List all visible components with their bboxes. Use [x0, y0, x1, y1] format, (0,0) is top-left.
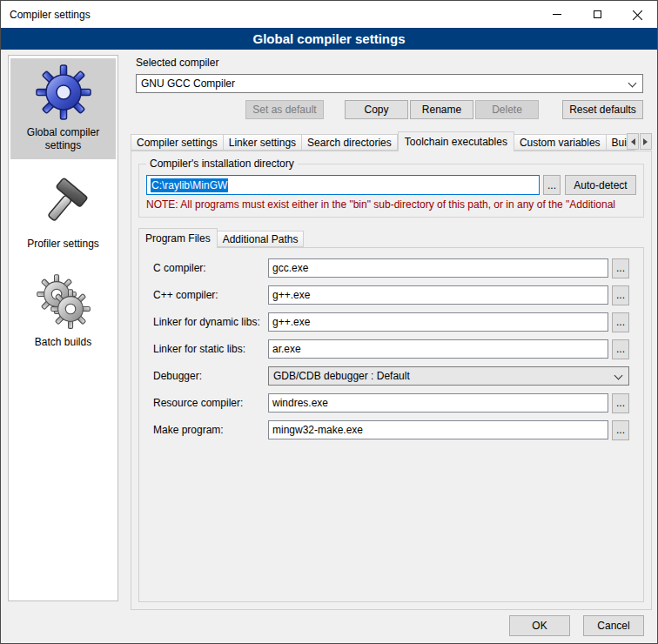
set-as-default-button[interactable]: Set as default: [245, 100, 324, 119]
subtab-strip: Program Files Additional Paths: [138, 228, 644, 247]
gear-icon: [36, 64, 91, 120]
auto-detect-button[interactable]: Auto-detect: [565, 175, 636, 195]
chevron-down-icon: [627, 77, 639, 90]
static-linker-browse-button[interactable]: ...: [612, 339, 629, 359]
c-compiler-browse-button[interactable]: ...: [612, 258, 629, 278]
rename-button[interactable]: Rename: [410, 100, 473, 119]
subtab-program-files[interactable]: Program Files: [138, 228, 218, 248]
delete-button[interactable]: Delete: [475, 100, 539, 119]
tab-linker-settings[interactable]: Linker settings: [224, 134, 302, 151]
titlebar: Compiler settings: [1, 1, 657, 28]
install-dir-groupbox: Compiler's installation directory C:\ray…: [138, 164, 644, 218]
form-row-dynamic-linker: Linker for dynamic libs: g++.exe ...: [153, 312, 629, 332]
tab-scroll-right-button[interactable]: [640, 133, 652, 150]
c-compiler-value: gcc.exe: [272, 262, 308, 274]
reset-defaults-button[interactable]: Reset defaults: [562, 100, 643, 119]
form-row-resource-compiler: Resource compiler: windres.exe ...: [153, 393, 629, 413]
form-row-cpp-compiler: C++ compiler: g++.exe ...: [153, 285, 629, 305]
page-title: Global compiler settings: [252, 31, 405, 46]
cpp-compiler-label: C++ compiler:: [153, 289, 268, 301]
debugger-label: Debugger:: [153, 370, 268, 382]
compiler-settings-window: Compiler settings Global compiler settin…: [0, 0, 658, 644]
dynamic-linker-input[interactable]: g++.exe: [268, 312, 608, 332]
resource-compiler-browse-button[interactable]: ...: [612, 393, 629, 413]
ok-button[interactable]: OK: [509, 615, 570, 636]
install-dir-value: C:\raylib\MinGW: [151, 178, 228, 192]
static-linker-label: Linker for static libs:: [153, 343, 268, 355]
install-dir-note: NOTE: All programs must exist either in …: [146, 198, 636, 212]
close-button[interactable]: [617, 1, 657, 28]
sidebar-item-label: Global compiler settings: [14, 126, 112, 152]
chevron-down-icon: [613, 370, 625, 382]
sidebar-item-global-compiler-settings[interactable]: Global compiler settings: [10, 58, 116, 159]
maximize-button[interactable]: [577, 1, 617, 28]
tab-compiler-settings[interactable]: Compiler settings: [131, 134, 224, 151]
dynamic-linker-value: g++.exe: [272, 316, 310, 328]
tab-scroll-left-button[interactable]: [627, 133, 639, 150]
tab-scrollers: [626, 133, 652, 150]
profiler-hammer-icon: [36, 176, 91, 231]
left-arrow-icon: [628, 138, 635, 145]
cpp-compiler-browse-button[interactable]: ...: [612, 285, 629, 305]
static-linker-value: ar.exe: [272, 343, 301, 355]
debugger-select[interactable]: GDB/CDB debugger : Default: [268, 366, 629, 386]
program-files-panel: C compiler: gcc.exe ... C++ compiler: g+…: [138, 247, 644, 602]
make-program-label: Make program:: [153, 424, 268, 436]
dialog-footer: OK Cancel: [509, 615, 644, 636]
compiler-actions: Set as default Copy Rename Delete Reset …: [127, 100, 643, 119]
sidebar: Global compiler settings Profiler settin…: [8, 55, 118, 601]
selected-compiler-label: Selected compiler: [136, 57, 652, 70]
gears-stack-icon: [36, 274, 91, 330]
right-arrow-icon: [643, 138, 651, 145]
compiler-select[interactable]: GNU GCC Compiler: [136, 74, 643, 93]
toolchain-executables-panel: Compiler's installation directory C:\ray…: [131, 151, 652, 610]
form-row-debugger: Debugger: GDB/CDB debugger : Default: [153, 366, 629, 386]
main-content: Selected compiler GNU GCC Compiler Set a…: [127, 55, 652, 610]
c-compiler-label: C compiler:: [153, 262, 268, 274]
sidebar-item-batch-builds[interactable]: Batch builds: [10, 268, 116, 356]
dialog-banner: Global compiler settings: [1, 28, 657, 50]
caption-buttons: [537, 1, 657, 28]
sidebar-item-profiler-settings[interactable]: Profiler settings: [10, 170, 116, 258]
make-program-value: mingw32-make.exe: [272, 424, 363, 436]
dynamic-linker-browse-button[interactable]: ...: [612, 312, 629, 332]
tab-strip: Compiler settings Linker settings Search…: [131, 131, 652, 151]
form-row-static-linker: Linker for static libs: ar.exe ...: [153, 339, 629, 359]
install-dir-input[interactable]: C:\raylib\MinGW: [146, 175, 540, 195]
copy-button[interactable]: Copy: [345, 100, 408, 119]
resource-compiler-value: windres.exe: [272, 397, 328, 409]
minimize-button[interactable]: [537, 1, 577, 28]
compiler-select-value: GNU GCC Compiler: [141, 77, 627, 90]
install-dir-browse-button[interactable]: ...: [543, 175, 561, 195]
debugger-value: GDB/CDB debugger : Default: [273, 370, 613, 382]
cpp-compiler-input[interactable]: g++.exe: [268, 285, 608, 305]
tab-search-directories[interactable]: Search directories: [302, 134, 398, 151]
window-title: Compiler settings: [1, 9, 91, 21]
maximize-icon: [594, 10, 601, 18]
close-icon: [632, 10, 642, 20]
subtab-additional-paths[interactable]: Additional Paths: [218, 231, 305, 247]
sidebar-item-label: Batch builds: [35, 336, 91, 349]
c-compiler-input[interactable]: gcc.exe: [268, 258, 608, 278]
static-linker-input[interactable]: ar.exe: [268, 339, 608, 359]
tab-custom-variables[interactable]: Custom variables: [514, 134, 607, 151]
make-program-browse-button[interactable]: ...: [612, 420, 629, 440]
form-row-c-compiler: C compiler: gcc.exe ...: [153, 258, 629, 278]
tab-toolchain-executables[interactable]: Toolchain executables: [398, 131, 514, 151]
make-program-input[interactable]: mingw32-make.exe: [268, 420, 608, 439]
install-dir-group-label: Compiler's installation directory: [146, 158, 298, 170]
resource-compiler-label: Resource compiler:: [153, 397, 268, 409]
resource-compiler-input[interactable]: windres.exe: [268, 393, 608, 413]
form-row-make-program: Make program: mingw32-make.exe ...: [153, 420, 629, 439]
install-dir-row: C:\raylib\MinGW ... Auto-detect: [146, 175, 636, 195]
cpp-compiler-value: g++.exe: [272, 289, 310, 301]
minimize-icon: [553, 14, 561, 15]
sidebar-item-label: Profiler settings: [27, 238, 99, 251]
cancel-button[interactable]: Cancel: [583, 615, 644, 636]
dynamic-linker-label: Linker for dynamic libs:: [153, 316, 268, 328]
